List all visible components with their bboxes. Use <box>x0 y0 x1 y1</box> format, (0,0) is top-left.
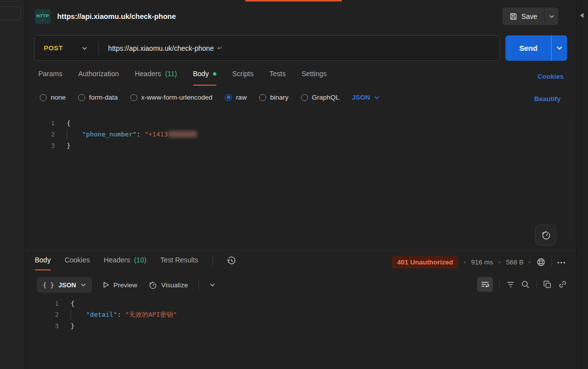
response-tab-headers[interactable]: Headers(10) <box>104 256 147 270</box>
search-button[interactable] <box>521 280 530 289</box>
floppy-disk-icon <box>509 12 517 20</box>
chevron-down-icon <box>209 283 215 287</box>
response-body-editor[interactable]: 1 { 2 "detail":"无效的API密钥" 3 } <box>30 298 177 332</box>
tab-params[interactable]: Params <box>38 70 62 86</box>
chevron-down-icon <box>549 14 555 18</box>
tab-headers-label: Headers <box>135 70 161 78</box>
tab-authorization-label: Authorization <box>78 70 119 78</box>
active-tab-underline <box>35 269 51 270</box>
body-type-binary-label: binary <box>270 94 289 101</box>
method-selector[interactable]: POST <box>34 44 63 52</box>
method-chevron-down-icon[interactable] <box>82 46 88 50</box>
filter-button[interactable] <box>506 281 515 288</box>
response-tab-cookies[interactable]: Cookies <box>65 256 90 270</box>
code-line[interactable]: 3 } <box>30 320 177 332</box>
body-type-graphql[interactable]: GraphQL <box>301 94 340 101</box>
right-sidebar-rail[interactable] <box>576 0 588 369</box>
beautify-link[interactable]: Beautify <box>534 95 561 103</box>
send-button-group[interactable]: Send <box>505 35 567 61</box>
tab-authorization[interactable]: Authorization <box>78 70 119 86</box>
preview-label: Preview <box>113 281 137 289</box>
body-type-binary[interactable]: binary <box>259 94 289 101</box>
tab-tests[interactable]: Tests <box>269 70 286 86</box>
colon-token: : <box>137 130 145 138</box>
meta-separator-dot <box>464 261 466 263</box>
postbot-sparkle-icon <box>540 230 551 241</box>
line-number: 3 <box>30 322 59 330</box>
response-meta: 401 Unauthorized 916 ms 568 B ••• <box>392 256 566 268</box>
radio-icon <box>40 94 47 101</box>
request-response-divider <box>26 250 576 251</box>
request-tabs: Params Authorization Headers(11) Body Sc… <box>38 70 327 88</box>
network-info-button[interactable] <box>536 257 546 267</box>
link-button[interactable] <box>558 280 567 289</box>
response-tools <box>477 277 567 292</box>
url-divider <box>98 42 99 55</box>
preview-button[interactable]: Preview <box>102 281 137 289</box>
tab-settings[interactable]: Settings <box>301 70 327 86</box>
body-type-options: none form-data x-www-form-urlencoded raw… <box>40 94 380 101</box>
visualize-button[interactable]: Visualize <box>148 280 188 290</box>
tools-divider <box>499 280 500 288</box>
wrap-text-button[interactable] <box>477 277 493 292</box>
tab-body[interactable]: Body <box>193 70 216 86</box>
save-button-group[interactable]: Save <box>502 7 558 25</box>
collapse-panel-arrow-icon[interactable] <box>580 13 584 18</box>
raw-format-dropdown[interactable]: JSON <box>352 94 380 101</box>
left-sidebar-rail[interactable] <box>0 0 25 369</box>
save-button[interactable]: Save <box>502 7 544 25</box>
sidebar-collapsed-item[interactable] <box>0 6 21 20</box>
link-icon <box>558 280 567 289</box>
open-brace-token: { <box>71 300 75 307</box>
tab-scripts[interactable]: Scripts <box>232 70 254 86</box>
radio-icon <box>130 94 137 101</box>
request-title: https://api.xiaomu.uk/check-phone <box>57 12 176 20</box>
save-options-caret[interactable] <box>544 7 558 25</box>
response-tab-body[interactable]: Body <box>35 256 51 270</box>
request-header-bar: → HTTP ← https://api.xiaomu.uk/check-pho… <box>26 1 576 31</box>
response-headers-count-badge: (10) <box>134 256 146 264</box>
url-input[interactable]: https://api.xiaomu.uk/check-phone <box>108 44 213 52</box>
tools-divider <box>536 280 537 288</box>
braces-icon: { } <box>43 281 54 289</box>
cookies-link[interactable]: Cookies <box>537 73 564 80</box>
body-type-none[interactable]: none <box>40 94 66 101</box>
response-tab-test-results[interactable]: Test Results <box>160 256 198 270</box>
status-badge[interactable]: 401 Unauthorized <box>392 256 458 268</box>
visualize-label: Visualize <box>161 281 188 289</box>
code-line[interactable]: 2 "phone_number":"+1413 <box>26 129 197 140</box>
response-size[interactable]: 568 B <box>506 258 523 266</box>
code-line[interactable]: 1 { <box>30 298 177 309</box>
tab-headers[interactable]: Headers(11) <box>135 70 177 86</box>
code-line[interactable]: 3 } <box>26 140 197 151</box>
tab-params-label: Params <box>38 70 62 78</box>
code-line[interactable]: 2 "detail":"无效的API密钥" <box>30 309 177 321</box>
tab-settings-label: Settings <box>301 70 327 78</box>
postbot-ai-button[interactable] <box>535 225 556 246</box>
request-body-editor[interactable]: 1 { 2 "phone_number":"+1413 3 } <box>26 118 197 151</box>
toolbar-divider <box>198 280 199 290</box>
http-arrow-left-icon: ← <box>41 18 45 21</box>
response-time[interactable]: 916 ms <box>471 258 493 266</box>
send-button[interactable]: Send <box>505 35 551 61</box>
body-type-raw[interactable]: raw <box>225 94 247 101</box>
editor-scrollbar-track[interactable] <box>570 117 571 240</box>
request-url-box[interactable]: POST https://api.xiaomu.uk/check-phone ↵ <box>34 35 500 61</box>
response-history-button[interactable] <box>227 256 236 267</box>
toolbar-more-caret[interactable] <box>209 283 215 287</box>
active-tab-underline <box>193 85 216 86</box>
copy-response-button[interactable] <box>543 280 552 289</box>
response-format-selected: JSON <box>59 281 76 289</box>
response-more-options-button[interactable]: ••• <box>557 259 566 265</box>
body-type-urlencoded[interactable]: x-www-form-urlencoded <box>130 94 212 101</box>
body-type-form-data-label: form-data <box>89 94 118 101</box>
response-format-dropdown[interactable]: { } JSON <box>37 277 92 293</box>
send-options-caret[interactable] <box>551 35 567 61</box>
chevron-down-icon <box>81 283 86 287</box>
filter-icon <box>506 281 515 288</box>
code-line[interactable]: 1 { <box>26 118 197 129</box>
open-brace-token: { <box>67 120 71 127</box>
body-type-form-data[interactable]: form-data <box>78 94 118 101</box>
visualize-sparkle-icon <box>148 280 157 290</box>
line-number: 3 <box>26 142 55 149</box>
